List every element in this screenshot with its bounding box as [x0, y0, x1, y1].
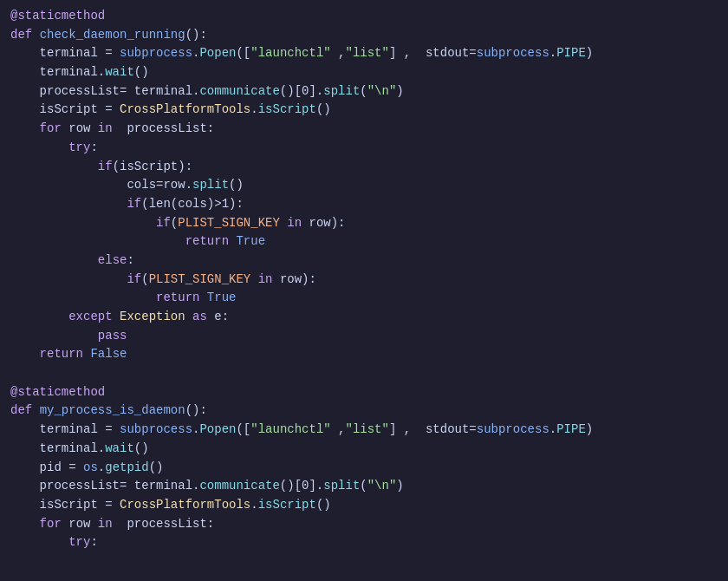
- token-plain: processList:: [113, 515, 215, 534]
- code-line: if(isScript):: [0, 158, 728, 177]
- token-plain: ():: [185, 26, 207, 45]
- token-plain: row):: [302, 214, 345, 233]
- token-plain: terminal =: [10, 44, 120, 63]
- token-plain: processList= terminal.: [10, 82, 199, 101]
- code-line: else:: [0, 251, 728, 271]
- code-line: for row in processList:: [0, 120, 728, 139]
- token-attr: split: [323, 477, 360, 496]
- token-attr: wait: [105, 440, 134, 459]
- token-plain: [229, 232, 236, 251]
- token-plain: (: [360, 82, 367, 101]
- code-line: try:: [0, 533, 728, 552]
- token-plain: row: [62, 515, 98, 534]
- token-keyword: return: [156, 289, 199, 308]
- token-attr: isScript: [258, 101, 316, 120]
- token-plain: .: [192, 421, 199, 440]
- token-attr: split: [323, 82, 360, 101]
- token-true-val: True: [236, 232, 265, 251]
- token-string: "launchctl": [250, 44, 330, 63]
- token-plain: .: [250, 496, 257, 515]
- code-line: try:: [0, 139, 728, 158]
- token-plain: :: [90, 533, 97, 552]
- code-line: for row in processList:: [0, 515, 728, 534]
- token-plain: [10, 139, 68, 158]
- token-plain: ): [586, 421, 593, 440]
- token-builtin: subprocess: [120, 44, 192, 63]
- token-plain: :: [127, 251, 133, 271]
- token-string: "list": [346, 421, 389, 440]
- token-plain: [10, 158, 98, 177]
- token-plain: ] , stdout=: [389, 44, 477, 63]
- token-plain: [113, 308, 120, 327]
- token-keyword: try: [68, 139, 90, 158]
- token-builtin: subprocess: [477, 44, 549, 63]
- token-plain: ,: [331, 421, 346, 440]
- token-decorator: @staticmethod: [10, 383, 105, 402]
- token-keyword: in: [98, 120, 113, 139]
- code-line: @staticmethod: [0, 7, 728, 26]
- token-plain: ] , stdout=: [389, 421, 477, 440]
- token-plain: [10, 533, 68, 552]
- code-line: terminal = subprocess.Popen(["launchctl"…: [0, 421, 728, 440]
- token-true-val: True: [207, 289, 237, 308]
- code-line: @staticmethod: [0, 383, 728, 402]
- token-plain: [10, 232, 185, 251]
- token-plain: (: [360, 477, 367, 496]
- token-plain: ():: [185, 401, 207, 421]
- token-plain: processList:: [113, 120, 215, 139]
- token-plain: .: [549, 44, 556, 63]
- token-plain: (): [134, 63, 149, 82]
- token-plain: [10, 251, 98, 271]
- token-plain: ([: [236, 421, 250, 440]
- token-plain: ,: [331, 44, 346, 63]
- token-decorator: @staticmethod: [10, 7, 105, 26]
- token-attr: isScript: [258, 496, 316, 515]
- code-line: if(PLIST_SIGN_KEY in row):: [0, 271, 728, 290]
- token-attr: communicate: [199, 477, 279, 496]
- token-plain: [10, 289, 156, 308]
- token-builtin: subprocess: [477, 421, 549, 440]
- token-cls: CrossPlatformTools: [120, 496, 250, 515]
- token-keyword: for: [40, 515, 62, 534]
- token-plain: (): [316, 496, 331, 515]
- code-line: processList= terminal.communicate()[0].s…: [0, 82, 728, 101]
- token-true-val: False: [90, 345, 127, 364]
- token-exception: Exception: [120, 308, 185, 327]
- token-keyword: in: [287, 214, 302, 233]
- token-const: PLIST_SIGN_KEY: [178, 214, 280, 233]
- token-keyword: def: [10, 401, 32, 421]
- token-string: "\n": [367, 82, 397, 101]
- code-lines: @staticmethoddef check_daemon_running():…: [0, 7, 728, 552]
- token-string: "list": [346, 44, 389, 63]
- token-plain: e:: [207, 308, 229, 327]
- token-plain: [83, 345, 90, 364]
- token-keyword: in: [98, 515, 113, 534]
- token-plain: [32, 401, 39, 421]
- token-plain: row):: [272, 271, 315, 290]
- token-plain: (isScript):: [113, 158, 192, 177]
- token-keyword: if: [156, 214, 171, 233]
- token-plain: row: [62, 120, 98, 139]
- token-plain: [10, 214, 156, 233]
- token-plain: (): [229, 176, 244, 195]
- code-line: terminal.wait(): [0, 440, 728, 459]
- token-string: "launchctl": [250, 421, 330, 440]
- token-plain: .: [549, 421, 556, 440]
- token-plain: [32, 26, 39, 45]
- token-plain: .: [98, 459, 105, 478]
- code-line: processList= terminal.communicate()[0].s…: [0, 477, 728, 496]
- token-func-name: check_daemon_running: [40, 26, 185, 45]
- token-keyword: else: [98, 251, 127, 271]
- token-plain: ()[0].: [280, 82, 323, 101]
- code-editor: @staticmethoddef check_daemon_running():…: [0, 0, 728, 581]
- token-plain: (): [316, 101, 331, 120]
- token-keyword: for: [40, 120, 62, 139]
- token-plain: pid =: [10, 459, 83, 478]
- token-plain: [10, 308, 68, 327]
- token-plain: [185, 308, 192, 327]
- token-plain: isScript =: [10, 496, 120, 515]
- token-plain: .: [192, 44, 199, 63]
- token-keyword: try: [68, 533, 90, 552]
- token-plain: [10, 327, 98, 346]
- code-line: isScript = CrossPlatformTools.isScript(): [0, 496, 728, 515]
